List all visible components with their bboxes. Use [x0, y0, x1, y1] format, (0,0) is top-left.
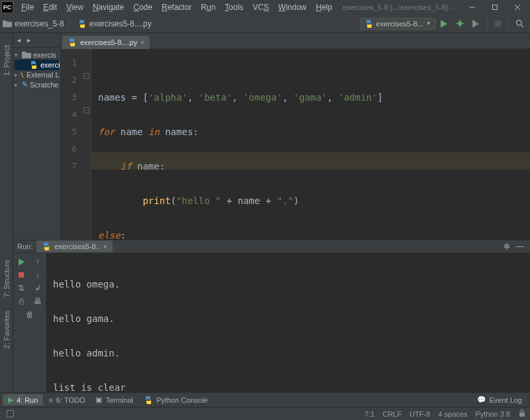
delete-button[interactable]: 🗑: [24, 309, 36, 321]
editor-tab[interactable]: exercises5-8....py ×: [62, 36, 150, 49]
code-content[interactable]: names = ['alpha', 'beta', 'omega', 'gama…: [91, 49, 530, 240]
line-separator[interactable]: CRLF: [382, 410, 401, 418]
chevron-right-icon: ▸: [15, 81, 20, 88]
run-config-selector[interactable]: exercises5-8... ▼: [360, 18, 436, 30]
run-with-coverage-button[interactable]: [468, 17, 483, 31]
library-icon: ⑊: [20, 71, 25, 79]
hide-icon[interactable]: —: [514, 240, 526, 252]
forward-arrow-icon[interactable]: ►: [26, 37, 32, 44]
layout-button[interactable]: ⇅: [15, 282, 27, 294]
svg-rect-9: [495, 21, 501, 26]
menu-view[interactable]: ViewView: [62, 1, 87, 13]
tree-scratches[interactable]: ▸ ✎ Scratche: [15, 79, 59, 89]
main-menu: FFileile EditEdit ViewView NavigateNavig…: [17, 1, 336, 13]
menu-code[interactable]: CodeCode: [129, 1, 156, 13]
fold-marker-icon[interactable]: −: [83, 73, 89, 79]
tool-tab-python-console[interactable]: Python Console: [138, 394, 213, 406]
nav-bar: exercises_5-8 〉 exercises5-8....py exerc…: [0, 15, 530, 33]
todo-icon: ≡: [48, 396, 52, 404]
menu-window[interactable]: WindowWindow: [274, 1, 311, 13]
menu-tools[interactable]: ToolsTools: [221, 1, 247, 13]
run-button[interactable]: [437, 17, 451, 31]
maximize-button[interactable]: [484, 0, 506, 15]
close-button[interactable]: [506, 0, 529, 15]
settings-icon[interactable]: ✲: [501, 240, 513, 252]
debug-button[interactable]: [452, 17, 467, 31]
caret-position[interactable]: 7:1: [364, 410, 374, 418]
python-icon: [29, 60, 38, 70]
scroll-up-button[interactable]: ↑: [32, 256, 44, 268]
window-title: exercises_5-8 [...\exercises_5-8] - ...\…: [343, 3, 461, 11]
run-tab[interactable]: exercises5-8.. ×: [36, 240, 112, 252]
crumb-sep: 〉: [67, 18, 75, 29]
menu-navigate[interactable]: NavigateNavigate: [89, 1, 128, 13]
terminal-icon: ▣: [95, 395, 102, 404]
chevron-right-icon: ▸: [15, 72, 18, 78]
editor-area: exercises5-8....py × 1 2 3 4 5 6 7: [61, 33, 530, 240]
stop-button[interactable]: [490, 17, 505, 31]
lock-icon[interactable]: [518, 409, 526, 419]
crumb-folder[interactable]: exercises_5-8: [15, 19, 64, 28]
menu-run[interactable]: RunRun: [197, 1, 219, 13]
tool-tab-project[interactable]: 1: Project: [3, 42, 11, 78]
tool-tab-run[interactable]: ▶ 4: Run: [3, 394, 43, 405]
file-encoding[interactable]: UTF-8: [409, 410, 430, 418]
stop-button[interactable]: [15, 269, 27, 281]
tree-external-libs[interactable]: ▸ ⑊ External L: [15, 70, 59, 79]
run-header: Run: exercises5-8.. × ✲ —: [13, 240, 530, 253]
crumb-file[interactable]: exercises5-8....py: [89, 19, 152, 28]
toolbar-separator: [508, 18, 509, 30]
breadcrumb: exercises_5-8 〉 exercises5-8....py: [3, 18, 360, 29]
event-log-icon: 💬: [477, 395, 486, 404]
tool-tab-structure[interactable]: 7: Structure: [3, 257, 11, 300]
tree-label: External L: [26, 71, 60, 79]
editor-body[interactable]: 1 2 3 4 5 6 7 − − names = ['alpha', 'bet…: [61, 49, 530, 240]
editor-tab-bar: exercises5-8....py ×: [61, 33, 530, 49]
run-config-name: exercises5-8...: [376, 20, 424, 28]
run-title-label: Run:: [17, 242, 32, 250]
toolbar-separator: [486, 18, 487, 30]
tool-windows-toggle-icon[interactable]: [7, 410, 14, 417]
menu-file[interactable]: FFileile: [17, 1, 38, 13]
project-pane: ◄ ► ▾ exercis exerci ▸ ⑊: [13, 33, 61, 240]
rerun-button[interactable]: [15, 256, 27, 268]
event-log-button[interactable]: 💬 Event Log: [472, 394, 527, 405]
soft-wrap-button[interactable]: ↲: [32, 282, 44, 294]
search-everywhere-button[interactable]: [512, 17, 527, 31]
python-icon: [78, 19, 87, 28]
line-gutter: 1 2 3 4 5 6 7: [61, 49, 82, 240]
tree-file[interactable]: exerci: [15, 60, 59, 70]
menu-edit[interactable]: EditEdit: [39, 1, 61, 13]
app-logo: PC: [1, 1, 13, 13]
menu-vcs[interactable]: VCSVCS: [248, 1, 273, 13]
python-interpreter[interactable]: Python 3.8: [475, 410, 510, 418]
python-icon: [144, 395, 153, 405]
fold-strip: − −: [82, 49, 91, 240]
close-icon[interactable]: ×: [140, 39, 144, 46]
back-arrow-icon[interactable]: ◄: [16, 37, 22, 44]
minimize-button[interactable]: [461, 0, 484, 15]
tree-label: Scratche: [30, 81, 58, 89]
python-icon: [68, 38, 77, 47]
bottom-tool-bar: ▶ 4: Run ≡ 6: TODO ▣ Terminal Python Con…: [0, 392, 530, 407]
indent-setting[interactable]: 4 spaces: [438, 410, 467, 418]
svg-rect-13: [519, 413, 525, 417]
dump-button[interactable]: ⎙: [15, 295, 27, 307]
folder-icon: [22, 51, 31, 59]
tool-tab-todo[interactable]: ≡ 6: TODO: [43, 395, 90, 405]
scroll-down-button[interactable]: ↓: [32, 269, 44, 281]
fold-marker-icon[interactable]: −: [83, 107, 89, 113]
tree-root[interactable]: ▾ exercis: [15, 50, 59, 60]
python-icon: [42, 242, 51, 251]
chevron-down-icon: ▾: [15, 52, 20, 58]
run-window: Run: exercises5-8.. × ✲ — ↑: [13, 240, 530, 392]
close-icon[interactable]: ×: [103, 243, 107, 250]
menu-help[interactable]: HelpHelp: [312, 1, 337, 13]
tool-tab-terminal[interactable]: ▣ Terminal: [90, 394, 138, 405]
print-button[interactable]: 🖶: [32, 295, 44, 307]
tree-label: exerci: [40, 61, 60, 69]
menu-refactor[interactable]: RefactorRefactor: [158, 1, 195, 13]
title-bar: PC FFileile EditEdit ViewView NavigateNa…: [0, 0, 530, 15]
tool-tab-favorites[interactable]: 2: Favorites: [3, 308, 11, 351]
left-tool-strip: 1: Project 7: Structure 2: Favorites: [0, 33, 13, 392]
